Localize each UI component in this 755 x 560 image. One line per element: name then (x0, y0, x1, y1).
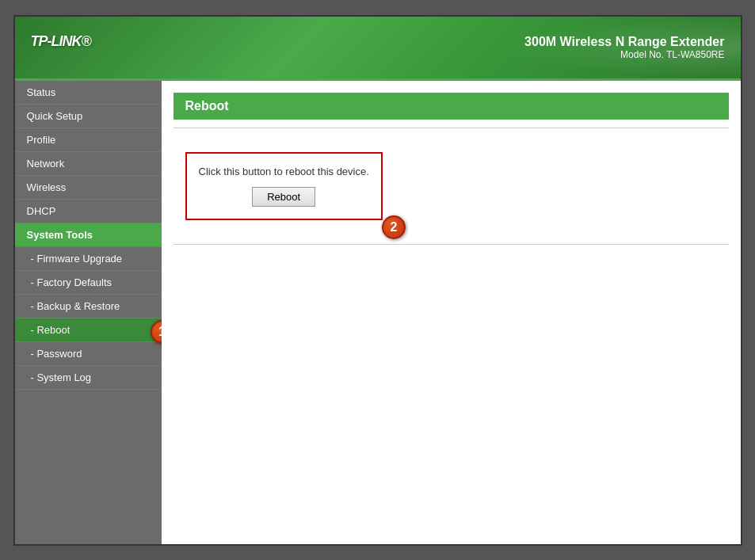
sidebar-reboot-wrapper: - Reboot 1 (15, 318, 162, 342)
logo: TP-LINK® (31, 32, 91, 62)
sidebar-item-network[interactable]: Network (15, 152, 162, 176)
sidebar-item-firmware-upgrade[interactable]: - Firmware Upgrade (15, 247, 162, 271)
reboot-button[interactable]: Reboot (252, 187, 315, 207)
product-name: 300M Wireless N Range Extender (524, 35, 724, 49)
step-badge-2: 2 (382, 215, 406, 239)
main-area: Status Quick Setup Profile Network Wirel… (15, 78, 741, 544)
header-info: 300M Wireless N Range Extender Model No.… (524, 35, 724, 60)
sidebar-item-factory-defaults[interactable]: - Factory Defaults (15, 271, 162, 295)
sidebar-item-status[interactable]: Status (15, 81, 162, 105)
sidebar-item-backup-restore[interactable]: - Backup & Restore (15, 295, 162, 318)
main-frame: TP-LINK® 300M Wireless N Range Extender … (13, 15, 742, 546)
sidebar: Status Quick Setup Profile Network Wirel… (15, 81, 162, 544)
bottom-divider (173, 244, 729, 245)
trademark: ® (82, 33, 91, 49)
sidebar-item-quick-setup[interactable]: Quick Setup (15, 105, 162, 128)
content-area: Reboot Click this button to reboot this … (162, 81, 741, 544)
sidebar-item-reboot[interactable]: - Reboot (15, 318, 162, 342)
header: TP-LINK® 300M Wireless N Range Extender … (15, 17, 741, 78)
logo-text: TP-LINK (31, 33, 82, 49)
sidebar-item-profile[interactable]: Profile (15, 128, 162, 152)
sidebar-item-system-log[interactable]: - System Log (15, 366, 162, 390)
sidebar-item-system-tools[interactable]: System Tools (15, 223, 162, 247)
sidebar-item-dhcp[interactable]: DHCP (15, 200, 162, 223)
reboot-description: Click this button to reboot this device. (199, 166, 369, 177)
reboot-button-wrapper: Reboot (199, 187, 369, 207)
model-number: Model No. TL-WA850RE (524, 49, 724, 60)
reboot-box-container: Click this button to reboot this device.… (173, 144, 395, 228)
page-title: Reboot (173, 93, 729, 120)
sidebar-item-wireless[interactable]: Wireless (15, 176, 162, 200)
top-divider (173, 128, 729, 128)
reboot-box: Click this button to reboot this device.… (185, 152, 383, 220)
sidebar-item-password[interactable]: - Password (15, 342, 162, 366)
